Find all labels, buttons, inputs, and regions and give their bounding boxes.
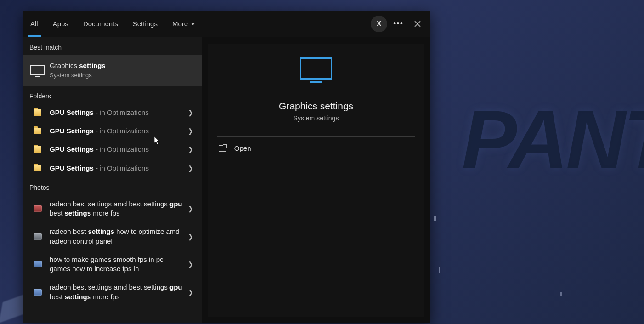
photo-result[interactable]: radeon best settings amd best settings g… bbox=[23, 278, 202, 306]
photo-text-bold: settings bbox=[65, 209, 91, 217]
open-action[interactable]: Open bbox=[217, 137, 415, 159]
folder-icon bbox=[34, 165, 41, 171]
photo-result[interactable]: radeon best settings how to optimize amd… bbox=[23, 222, 202, 250]
chevron-right-icon[interactable]: ❯ bbox=[185, 205, 196, 212]
folder-location: - in Optimizations bbox=[94, 108, 149, 116]
photo-text-seg: more fps bbox=[91, 293, 120, 301]
folder-result[interactable]: GPU Settings - in Optimizations ❯ bbox=[23, 140, 202, 159]
folder-result[interactable]: GPU Settings - in Optimizations ❯ bbox=[23, 159, 202, 177]
folder-name: GPU Settings bbox=[50, 108, 94, 116]
photo-text-bold: settings bbox=[65, 293, 91, 301]
chevron-right-icon[interactable]: ❯ bbox=[185, 289, 196, 296]
photo-text-seg: best bbox=[50, 209, 65, 217]
folder-name: GPU Settings bbox=[50, 164, 94, 172]
section-folders: Folders bbox=[23, 86, 202, 103]
folder-icon bbox=[34, 128, 41, 134]
topbar-actions: X ••• bbox=[371, 11, 430, 37]
more-options-button[interactable]: ••• bbox=[390, 16, 407, 32]
photo-text-seg: radeon best bbox=[50, 227, 88, 235]
photo-text-bold: gpu bbox=[169, 200, 182, 208]
chevron-right-icon[interactable]: ❯ bbox=[185, 127, 196, 135]
tab-more[interactable]: More bbox=[165, 11, 203, 37]
chevron-right-icon[interactable]: ❯ bbox=[185, 109, 196, 116]
image-thumbnail-icon bbox=[34, 205, 42, 212]
photo-text-seg: more fps bbox=[91, 209, 120, 217]
photo-text-seg: best bbox=[50, 293, 65, 301]
tab-settings[interactable]: Settings bbox=[125, 11, 165, 37]
tab-apps[interactable]: Apps bbox=[45, 11, 76, 37]
close-button[interactable] bbox=[409, 16, 426, 32]
desktop-wallpaper-speck bbox=[560, 292, 562, 296]
tab-all[interactable]: All bbox=[23, 11, 45, 37]
tab-documents[interactable]: Documents bbox=[76, 11, 125, 37]
section-photos: Photos bbox=[23, 177, 202, 195]
search-topbar: All Apps Documents Settings More X ••• bbox=[23, 11, 430, 37]
photo-text-seg: radeon best settings amd best settings bbox=[50, 200, 169, 208]
best-match-title-pre: Graphics bbox=[50, 62, 79, 69]
windows-search-panel: All Apps Documents Settings More X ••• B… bbox=[23, 11, 430, 323]
results-list: Best match Graphics settings System sett… bbox=[23, 37, 202, 323]
desktop-wallpaper-text: PANT bbox=[462, 92, 644, 187]
best-match-result[interactable]: Graphics settings System settings bbox=[23, 55, 202, 86]
preview-pane: Graphics settings System settings Open bbox=[202, 37, 430, 323]
monitor-icon bbox=[30, 65, 45, 75]
photo-text-bold: settings bbox=[88, 227, 114, 235]
folder-location: - in Optimizations bbox=[94, 127, 149, 135]
photo-text-seg: radeon best settings amd best settings bbox=[50, 283, 169, 291]
image-thumbnail-icon bbox=[34, 289, 42, 296]
open-label: Open bbox=[234, 144, 251, 152]
x-badge-label: X bbox=[377, 20, 382, 28]
desktop-wallpaper-speck bbox=[439, 267, 440, 273]
chevron-down-icon bbox=[191, 23, 195, 25]
tab-all-label: All bbox=[30, 20, 38, 28]
folder-icon bbox=[34, 146, 41, 153]
tab-documents-label: Documents bbox=[83, 20, 118, 28]
photo-text-bold: gpu bbox=[169, 283, 182, 291]
preview-subtitle: System settings bbox=[294, 114, 339, 122]
folder-name: GPU Settings bbox=[50, 127, 94, 135]
preview-title: Graphics settings bbox=[279, 101, 353, 112]
search-tabs: All Apps Documents Settings More bbox=[23, 11, 203, 37]
image-thumbnail-icon bbox=[34, 233, 42, 240]
folder-location: - in Optimizations bbox=[94, 164, 149, 172]
chevron-right-icon[interactable]: ❯ bbox=[185, 261, 196, 268]
tab-apps-label: Apps bbox=[53, 20, 68, 28]
image-thumbnail-icon bbox=[34, 261, 42, 267]
ellipsis-icon: ••• bbox=[393, 19, 403, 28]
chevron-right-icon[interactable]: ❯ bbox=[185, 146, 196, 153]
x-badge-button[interactable]: X bbox=[371, 16, 387, 32]
monitor-icon bbox=[300, 57, 332, 80]
section-best-match: Best match bbox=[23, 37, 202, 55]
folder-icon bbox=[34, 109, 41, 116]
desktop-wallpaper-speck bbox=[434, 216, 436, 221]
close-icon bbox=[414, 21, 421, 27]
best-match-title-bold: settings bbox=[79, 62, 106, 69]
chevron-right-icon[interactable]: ❯ bbox=[185, 165, 196, 172]
folder-location: - in Optimizations bbox=[94, 145, 149, 153]
tab-settings-label: Settings bbox=[133, 20, 158, 28]
open-icon bbox=[219, 145, 226, 152]
tab-more-label: More bbox=[172, 20, 188, 28]
photo-result[interactable]: radeon best settings amd best settings g… bbox=[23, 195, 202, 223]
folder-name: GPU Settings bbox=[50, 145, 94, 153]
best-match-subtitle: System settings bbox=[50, 71, 196, 80]
chevron-right-icon[interactable]: ❯ bbox=[185, 233, 196, 240]
photo-result[interactable]: how to make games smooth fps in pc games… bbox=[23, 250, 202, 279]
folder-result[interactable]: GPU Settings - in Optimizations ❯ bbox=[23, 122, 202, 140]
folder-result[interactable]: GPU Settings - in Optimizations ❯ bbox=[23, 103, 202, 122]
photo-text-seg: how to make games smooth fps in pc games… bbox=[50, 256, 164, 273]
